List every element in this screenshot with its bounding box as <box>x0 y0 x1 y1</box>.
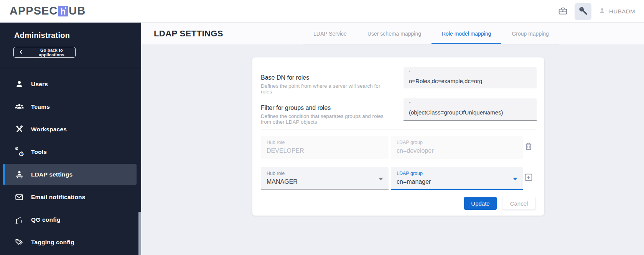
sidebar-item-teams[interactable]: Teams <box>0 95 141 118</box>
sidebar-item-qg-config[interactable]: QG config <box>0 208 141 231</box>
applications-button[interactable] <box>557 6 568 17</box>
sidebar-item-label: Workspaces <box>31 126 67 133</box>
administration-tools-button[interactable] <box>575 3 591 20</box>
tab-group-mapping[interactable]: Group mapping <box>501 23 559 44</box>
ldap-icon <box>14 170 24 179</box>
tag-icon <box>14 238 24 247</box>
page-title: LDAP SETTINGS <box>154 23 223 44</box>
required-marker: * <box>409 70 410 74</box>
trash-icon <box>524 141 534 152</box>
hub-role-value: MANAGER <box>267 178 298 185</box>
base-dn-value: o=Roles,dc=example,dc=org <box>409 78 482 84</box>
go-back-to-applications-button[interactable]: Go back to applications <box>13 47 76 58</box>
ldap-group-select-manager[interactable]: LDAP group cn=manager <box>391 167 523 190</box>
tab-bar: LDAP Service User schema mapping Role mo… <box>303 23 559 44</box>
hub-icon: h <box>58 6 68 16</box>
hub-role-label: Hub role <box>267 140 285 145</box>
hub-role-field-developer: Hub role DEVELOPER <box>261 136 389 159</box>
go-back-label: Go back to applications <box>28 48 75 57</box>
base-dn-input[interactable]: * o=Roles,dc=example,dc=org <box>404 67 537 89</box>
base-dn-description: Defines the point from where a server wi… <box>261 83 391 95</box>
email-icon <box>14 193 24 202</box>
app-logo[interactable]: APPSEC h UB <box>10 5 86 17</box>
tools-icon <box>578 6 588 17</box>
hub-role-label: Hub role <box>267 171 285 176</box>
role-model-mapping-card: Base DN for roles Defines the point from… <box>252 57 544 216</box>
user-menu[interactable]: HUBADM <box>598 0 635 23</box>
sidebar-item-label: Teams <box>31 103 50 110</box>
chevron-down-icon <box>513 178 517 180</box>
tab-user-schema-mapping[interactable]: User schema mapping <box>357 23 432 44</box>
section-divider <box>261 129 537 129</box>
sidebar-item-label: Users <box>31 81 48 88</box>
sidebar-title: Administration <box>14 31 70 40</box>
sidebar-item-label: Email notifications <box>31 194 86 201</box>
appsechub-admin-page: APPSEC h UB <box>0 0 644 255</box>
ldap-group-label: LDAP group <box>397 140 423 145</box>
base-dn-label: Base DN for roles <box>261 74 309 81</box>
filter-label: Filter for groups and roles <box>261 105 331 111</box>
delete-mapping-button[interactable] <box>524 142 534 152</box>
sidebar-item-label: Tagging config <box>31 239 74 246</box>
sidebar-item-label: QG config <box>31 216 61 223</box>
filter-description: Defines the condition that separates gro… <box>261 113 391 125</box>
add-mapping-button[interactable] <box>524 173 534 183</box>
sidebar-item-label: Tools <box>31 149 47 155</box>
hub-letter: h <box>60 7 66 16</box>
logo-text-prefix: APPSEC <box>10 5 58 17</box>
tab-role-model-mapping[interactable]: Role model mapping <box>432 23 501 44</box>
chevron-left-icon <box>19 49 24 55</box>
sidebar-item-label: LDAP settings <box>31 171 72 178</box>
hub-role-select-manager[interactable]: Hub role MANAGER <box>261 167 389 190</box>
sidebar-divider <box>0 68 141 68</box>
user-icon <box>14 80 24 88</box>
filter-value: (objectClass=groupOfUniqueNames) <box>409 109 503 116</box>
user-avatar-icon <box>598 7 606 16</box>
topbar: APPSEC h UB <box>0 0 644 23</box>
ldap-group-value: cn=manager <box>397 178 431 185</box>
gears-icon: ⚙⚙ <box>14 147 24 157</box>
filter-input[interactable]: * (objectClass=groupOfUniqueNames) <box>404 98 537 121</box>
workspaces-icon <box>14 125 24 134</box>
sidebar-item-users[interactable]: Users <box>0 73 141 95</box>
required-marker: * <box>409 101 410 106</box>
sidebar-item-workspaces[interactable]: Workspaces <box>0 118 141 141</box>
briefcase-icon <box>558 6 568 17</box>
quality-gate-icon <box>14 215 24 224</box>
role-mapping-row: Hub role DEVELOPER LDAP group cn=develop… <box>261 136 523 159</box>
sidebar-item-email-notifications[interactable]: Email notifications <box>0 186 141 208</box>
chevron-down-icon <box>379 178 383 180</box>
ldap-group-value: cn=developer <box>397 147 434 154</box>
ldap-group-label: LDAP group <box>397 171 423 176</box>
sidebar-item-tools[interactable]: ⚙⚙ Tools <box>0 141 141 163</box>
sidebar-item-ldap-settings[interactable]: LDAP settings <box>0 163 141 186</box>
main-header: LDAP SETTINGS LDAP Service User schema m… <box>141 23 644 44</box>
role-mapping-row: Hub role MANAGER LDAP group cn=manager <box>261 167 523 190</box>
tab-ldap-service[interactable]: LDAP Service <box>303 23 357 44</box>
update-button[interactable]: Update <box>464 197 497 210</box>
username-label: HUBADM <box>609 8 635 15</box>
admin-sidebar: Administration Go back to applications U… <box>0 23 141 255</box>
teams-icon <box>14 102 24 111</box>
logo-text-suffix: UB <box>69 5 86 17</box>
sidebar-item-tagging-config[interactable]: Tagging config <box>0 231 141 253</box>
ldap-group-field-developer: LDAP group cn=developer <box>391 136 523 159</box>
sidebar-menu: Users Teams <box>0 73 141 253</box>
hub-role-value: DEVELOPER <box>267 147 304 154</box>
sidebar-scrollbar-thumb[interactable] <box>138 212 141 255</box>
cancel-button[interactable]: Cancel <box>502 197 536 210</box>
plus-square-icon <box>524 172 534 183</box>
